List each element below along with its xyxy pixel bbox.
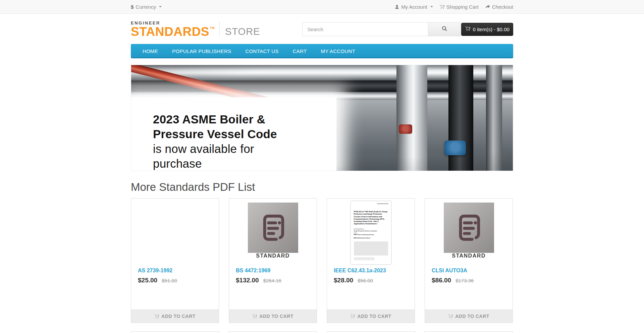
add-to-cart-button[interactable]: ADD TO CART [327, 310, 415, 323]
cart-icon [440, 4, 444, 9]
chevron-down-icon [430, 6, 433, 7]
product-image-link[interactable] [327, 332, 415, 333]
product-card [131, 331, 219, 333]
my-account-label: My Account [401, 4, 427, 10]
product-image-link[interactable] [131, 199, 219, 265]
product-image-link[interactable] [229, 332, 317, 333]
product-grid: AS 2739-1992 $25.00 $51.00 ADD TO CART [131, 198, 513, 323]
add-to-cart-button[interactable]: ADD TO CART [229, 310, 317, 323]
product-title-link[interactable]: BS 4472:1969 [236, 268, 270, 274]
shopping-cart-label: Shopping Cart [446, 4, 479, 10]
product-title-link[interactable]: CLSI AUTO3A [432, 268, 467, 274]
nav-item-contact-us[interactable]: CONTACT US [238, 44, 286, 58]
product-card [229, 331, 317, 333]
product-card: STANDARD BS 4472:1969 $132.00 $264.16 AD… [229, 198, 317, 323]
product-image-link[interactable] [131, 332, 219, 333]
cart-total-label: 0 item(s) - $0.00 [473, 26, 509, 32]
nav-item-cart[interactable]: CART [286, 44, 314, 58]
product-grid-row-2 [131, 331, 513, 333]
standard-caption: STANDARD [256, 253, 290, 259]
main-navigation: HOME POPULAR PUBLISHERS CONTACT US CART … [131, 44, 513, 58]
product-old-price: $56.00 [358, 278, 373, 283]
standard-caption: STANDARD [452, 253, 486, 259]
product-card: STANDARD CLSI AUTO3A $86.00 $173.36 ADD … [425, 198, 513, 323]
currency-label: Currency [136, 4, 156, 10]
nav-item-popular-publishers[interactable]: POPULAR PUBLISHERS [165, 44, 238, 58]
add-to-cart-button[interactable]: ADD TO CART [425, 310, 513, 323]
cover-title: PC62.43.1a™/D5 Draft Guide for Surge Pro… [354, 211, 388, 225]
product-title-link[interactable]: AS 2739-1992 [138, 268, 172, 274]
cart-icon [350, 314, 355, 319]
product-price: $86.00 [432, 277, 451, 284]
product-price: $132.00 [236, 277, 259, 284]
product-old-price: $173.36 [455, 278, 474, 283]
hero-banner-slide[interactable]: 2023 ASME Boiler & Pressure Vessel Code … [131, 65, 513, 171]
product-image-link[interactable]: PC62.43.1a™/D5 Draft Guide for Surge Pro… [327, 199, 415, 265]
product-prices: $132.00 $264.16 [236, 277, 310, 284]
logo-standards-text: STANDARDSTM [131, 26, 215, 38]
nav-item-my-account[interactable]: MY ACCOUNT [314, 44, 362, 58]
cover-paragraph-lines [354, 242, 388, 256]
product-old-price: $51.00 [162, 278, 177, 283]
product-card [327, 331, 415, 333]
document-icon [453, 212, 485, 244]
standard-placeholder-image: STANDARD [444, 203, 494, 259]
document-icon [257, 212, 289, 244]
product-prices: $86.00 $173.36 [432, 277, 506, 284]
checkout-link[interactable]: Checkout [485, 4, 513, 10]
product-image-link[interactable] [425, 332, 513, 333]
top-bar: $ Currency My Account Shopping Cart [0, 0, 644, 14]
checkout-label: Checkout [492, 4, 513, 10]
product-image-link[interactable]: STANDARD [425, 199, 513, 265]
blank-product-image [150, 203, 200, 253]
trademark-symbol: TM [210, 26, 215, 30]
search-icon [442, 26, 447, 33]
share-arrow-icon [485, 4, 490, 9]
search-bar [302, 22, 461, 36]
user-icon [395, 5, 399, 9]
cart-icon [252, 314, 257, 319]
cart-total-button[interactable]: 0 item(s) - $0.00 [461, 23, 513, 36]
dollar-icon: $ [131, 4, 133, 10]
cart-icon [448, 314, 453, 319]
header: ENGINEER STANDARDSTM STORE 0 item(s) - $… [0, 14, 644, 44]
logo-divider [219, 21, 220, 37]
section-title: More Standards PDF List [131, 181, 513, 193]
product-prices: $28.00 $56.00 [334, 277, 408, 284]
cart-icon [154, 314, 159, 319]
logo-store-text: STORE [225, 26, 260, 37]
shopping-cart-link[interactable]: Shopping Cart [440, 4, 479, 10]
banner-heading: 2023 ASME Boiler & Pressure Vessel Code … [153, 112, 285, 171]
ieee-document-cover-image: PC62.43.1a™/D5 Draft Guide for Surge Pro… [351, 201, 391, 264]
site-logo[interactable]: ENGINEER STANDARDSTM STORE [131, 21, 260, 38]
product-card [425, 331, 513, 333]
product-card: PC62.43.1a™/D5 Draft Guide for Surge Pro… [327, 198, 415, 323]
currency-dropdown[interactable]: $ Currency [131, 4, 162, 10]
cart-icon [465, 26, 470, 32]
chevron-down-icon [159, 6, 162, 7]
add-to-cart-button[interactable]: ADD TO CART [131, 310, 219, 323]
product-card: AS 2739-1992 $25.00 $51.00 ADD TO CART [131, 198, 219, 323]
my-account-menu[interactable]: My Account [395, 4, 433, 10]
product-old-price: $264.16 [263, 278, 281, 283]
cover-footer-lines [354, 258, 374, 260]
product-price: $25.00 [138, 277, 157, 284]
product-prices: $25.00 $51.00 [138, 277, 212, 284]
product-title-link[interactable]: IEEE C62.43.1a-2023 [334, 268, 386, 274]
search-button[interactable] [428, 22, 461, 36]
cover-meta: Developed by the Surge Protective Device… [354, 228, 388, 239]
search-input[interactable] [302, 22, 428, 36]
product-image-link[interactable]: STANDARD [229, 199, 317, 265]
standard-placeholder-image: STANDARD [248, 203, 298, 259]
nav-item-home[interactable]: HOME [136, 44, 165, 58]
product-price: $28.00 [334, 277, 353, 284]
